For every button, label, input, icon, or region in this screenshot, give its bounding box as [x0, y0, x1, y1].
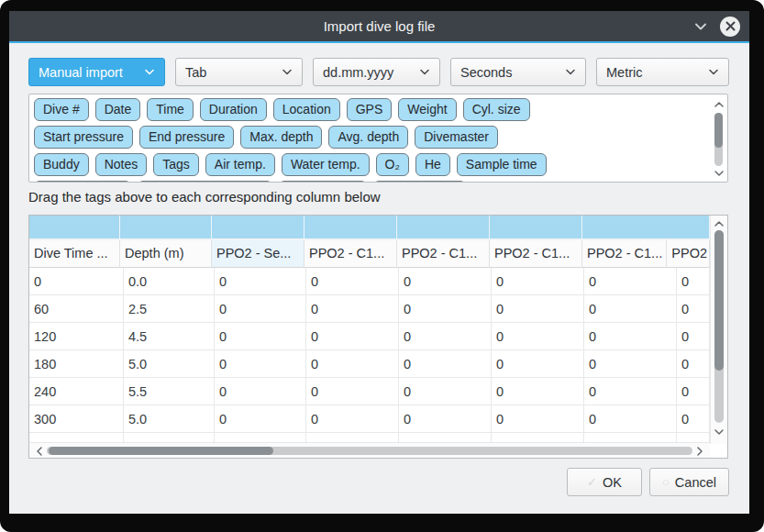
field-tag[interactable]: Divemaster: [415, 126, 498, 149]
column-header: Dive Time ...: [29, 240, 120, 268]
table-horizontal-scrollbar[interactable]: [29, 442, 710, 458]
table-row: 0 0.0 0 0 0 0 0 0: [29, 268, 710, 295]
field-tag[interactable]: Start pressure: [34, 126, 133, 149]
field-tag[interactable]: Avg. depth: [328, 126, 408, 149]
field-tag[interactable]: Location: [273, 98, 340, 121]
field-tag[interactable]: Date: [95, 98, 141, 121]
titlebar[interactable]: Import dive log file: [9, 11, 749, 41]
field-tag[interactable]: Sample CNS: [373, 181, 466, 183]
drop-cell[interactable]: [490, 216, 582, 240]
table-cell: 0: [584, 350, 677, 378]
chevron-down-icon: [708, 69, 719, 76]
table-row: 300 5.0 0 0 0 0 0 0: [29, 405, 710, 433]
table-cell: 0: [584, 323, 677, 350]
ok-button[interactable]: ✓ OK: [567, 468, 642, 496]
drop-cell[interactable]: [212, 216, 304, 240]
titlebar-controls: [693, 11, 740, 41]
field-tag[interactable]: Duration: [200, 98, 267, 121]
column-header: PPO2: [667, 240, 710, 268]
field-tag[interactable]: Sample time: [457, 153, 547, 176]
scrollbar-handle[interactable]: [49, 447, 273, 455]
chevron-down-icon: [419, 69, 430, 76]
field-tag[interactable]: Sample temperature: [138, 181, 272, 183]
cancel-button-label: Cancel: [675, 475, 716, 490]
field-tag[interactable]: Water temp.: [282, 153, 370, 176]
table-cell: 0: [399, 295, 492, 323]
close-button[interactable]: [720, 17, 740, 37]
table-cell: 0: [306, 378, 399, 405]
field-tag[interactable]: Weight: [398, 98, 456, 121]
tagbox-scrollbar[interactable]: [712, 96, 725, 180]
scrollbar-handle[interactable]: [714, 113, 723, 148]
table-row: 60 2.5 0 0 0 0 0 0: [29, 295, 710, 323]
chevron-up-icon[interactable]: [713, 219, 725, 228]
chevron-right-icon[interactable]: [695, 446, 704, 456]
table-cell: 300: [29, 405, 124, 433]
units-value: Metric: [606, 65, 642, 80]
table-vertical-scrollbar[interactable]: [710, 216, 727, 444]
field-tag[interactable]: Cyl. size: [463, 98, 530, 121]
chevron-down-icon[interactable]: [713, 427, 725, 437]
table-cell: 0: [399, 378, 492, 405]
close-icon: [725, 21, 736, 31]
table-cell: 0: [306, 323, 399, 350]
field-tag[interactable]: Air temp.: [205, 153, 275, 176]
window-title: Import dive log file: [324, 18, 436, 34]
separator-select[interactable]: Tab: [175, 58, 303, 86]
table-cell: 0: [492, 378, 584, 405]
tag-row: Start pressureEnd pressureMax. depthAvg.…: [34, 126, 709, 149]
units-select[interactable]: Metric: [596, 58, 729, 86]
scrollbar-handle[interactable]: [714, 230, 724, 371]
cancel-circle-icon: ○: [662, 475, 670, 489]
chevron-left-icon[interactable]: [35, 446, 44, 456]
field-tag[interactable]: GPS: [347, 98, 393, 121]
date-format-select[interactable]: dd.mm.yyyy: [313, 58, 440, 86]
field-tag[interactable]: Time: [147, 98, 194, 121]
table-cell: 0: [677, 323, 710, 350]
table-cell: 60: [29, 295, 124, 323]
import-mode-value: Manual import: [39, 65, 123, 80]
field-tag[interactable]: End pressure: [139, 126, 234, 149]
chevron-down-icon[interactable]: [693, 22, 708, 31]
field-tag[interactable]: Tags: [153, 153, 199, 176]
header-row: Dive Time ...Depth (m)PPO2 - Se...PPO2 -…: [29, 240, 710, 268]
drop-cell[interactable]: [29, 216, 120, 240]
drop-cell[interactable]: [304, 216, 397, 240]
tag-pool: Dive #DateTimeDurationLocationGPSWeightC…: [28, 94, 728, 183]
field-tag[interactable]: Sample depth: [34, 181, 131, 183]
table-cell: 0: [677, 295, 710, 323]
drop-cell[interactable]: [397, 216, 490, 240]
field-tag[interactable]: Sample pO₂: [279, 181, 366, 183]
column-header: PPO2 - C1...: [397, 240, 490, 268]
table-cell: 0: [677, 378, 710, 405]
time-format-select[interactable]: Seconds: [450, 58, 586, 86]
field-tag[interactable]: Buddy: [34, 153, 89, 176]
date-format-value: dd.mm.yyyy: [323, 65, 393, 80]
table-cell: 0: [215, 323, 306, 350]
import-mode-select[interactable]: Manual import: [28, 58, 165, 86]
column-header: PPO2 - C1...: [490, 240, 582, 268]
ok-button-label: OK: [603, 475, 622, 490]
table-cell: 0: [492, 350, 584, 378]
drop-cell[interactable]: [582, 216, 710, 240]
table-cell: 5.0: [124, 350, 215, 378]
table-cell: 0: [399, 268, 492, 295]
table-body: 0 0.0 0 0 0 0 0 0 60 2.5: [29, 268, 710, 433]
table-cell: 0: [492, 268, 584, 295]
chevron-up-icon[interactable]: [712, 100, 725, 109]
drop-cell[interactable]: [120, 216, 212, 240]
table-cell: 0: [677, 405, 710, 433]
field-tag[interactable]: Dive #: [34, 98, 89, 121]
column-header: PPO2 - Se...: [212, 240, 304, 268]
field-tag[interactable]: He: [415, 153, 450, 176]
table-cell: 0: [399, 323, 492, 350]
dialog-buttons: ✓ OK ○ Cancel: [567, 468, 729, 496]
field-tag[interactable]: Max. depth: [240, 126, 322, 149]
chevron-down-icon[interactable]: [712, 169, 725, 178]
field-tag[interactable]: Notes: [95, 153, 148, 176]
table-row: 180 5.0 0 0 0 0 0 0: [29, 350, 710, 378]
field-tag[interactable]: O₂: [376, 153, 409, 176]
cancel-button[interactable]: ○ Cancel: [649, 468, 729, 496]
table-cell: 5.5: [124, 378, 215, 405]
table-cell: 0: [29, 268, 124, 295]
